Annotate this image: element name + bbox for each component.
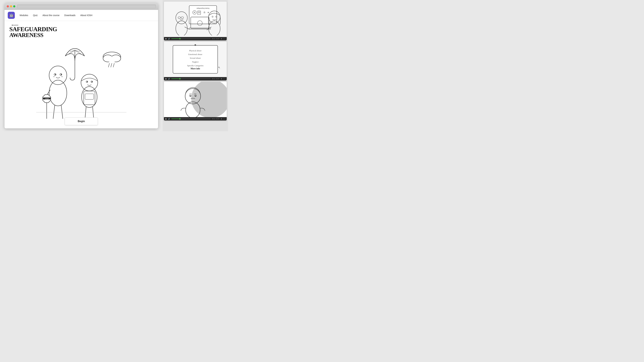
svg-point-67 xyxy=(196,96,196,96)
nav-item-downloads[interactable]: Downloads xyxy=(64,13,76,17)
browser-section: 🤖 Modules Quiz About the course Download… xyxy=(0,0,162,131)
video-controls-1: ▶ 🔊 00:11 / 01:47 ⚙ ⛶ xyxy=(164,37,227,40)
video-panel-2: Physical abuse Emotional abuse Sexual ab… xyxy=(164,42,227,80)
svg-line-5 xyxy=(111,63,112,67)
browser-content: 🤖 Modules Quiz About the course Download… xyxy=(4,10,158,128)
video-thumbnail-3 xyxy=(164,82,227,117)
svg-line-6 xyxy=(113,63,114,67)
cursor-icon: ↖ xyxy=(218,66,220,69)
right-section: safeguarding training 👁 ⚖ ⊕ xyxy=(162,0,228,131)
panel2-content: Physical abuse Emotional abuse Sexual ab… xyxy=(164,42,227,77)
svg-point-26 xyxy=(81,74,98,91)
traffic-lights xyxy=(7,5,15,7)
browser-titlebar xyxy=(4,3,158,10)
settings-icon-3[interactable]: ⚙ xyxy=(221,118,222,120)
time-display-1: 00:11 / 01:47 xyxy=(212,38,220,39)
nav-item-about-course[interactable]: About the course xyxy=(42,13,60,17)
play-button-2[interactable]: ▶ xyxy=(166,78,167,80)
svg-line-36 xyxy=(92,107,94,119)
svg-text:safeguarding training: safeguarding training xyxy=(196,7,210,9)
nav-item-about-iosh[interactable]: About IOSH xyxy=(80,13,92,17)
slide-box: Physical abuse Emotional abuse Sexual ab… xyxy=(173,45,218,74)
svg-text:STOP: STOP xyxy=(45,98,49,100)
fullscreen-icon-3[interactable]: ⛶ xyxy=(224,118,225,120)
maximize-button[interactable] xyxy=(13,5,15,7)
title-overlay: BASIC SAFEGUARDING AWARENESS xyxy=(9,24,57,38)
begin-button[interactable]: Begin xyxy=(65,117,98,125)
logo-icon[interactable]: 🤖 xyxy=(8,12,15,19)
svg-text:⊕: ⊕ xyxy=(208,11,209,13)
play-button-3[interactable]: ▶ xyxy=(166,118,167,120)
svg-point-30 xyxy=(92,81,92,82)
minimize-button[interactable] xyxy=(10,5,12,7)
slide-physical-abuse: Physical abuse xyxy=(178,49,213,52)
svg-rect-53 xyxy=(181,17,184,18)
svg-line-56 xyxy=(185,27,189,29)
slide-specific-categories: Specific Categories xyxy=(178,64,213,67)
title-safeguarding: SAFEGUARDING xyxy=(9,26,57,32)
main-illustration: STOP xyxy=(26,45,136,119)
svg-point-62 xyxy=(191,82,227,117)
video-panel-3: ▶ 🔊 00:11 / 01:47 ⚙ ⛶ xyxy=(164,82,227,120)
panel3-content xyxy=(164,82,227,117)
video-controls-2: ▶ 🔊 00:11 / 01:47 ⚙ ⛶ xyxy=(164,77,227,80)
time-display-3: 00:11 / 01:47 xyxy=(212,118,220,119)
volume-button-2[interactable]: 🔊 xyxy=(168,78,170,80)
nav-item-modules[interactable]: Modules xyxy=(20,13,28,17)
svg-point-13 xyxy=(49,66,67,85)
svg-line-10 xyxy=(75,50,84,56)
logo-emoji: 🤖 xyxy=(9,13,14,17)
video-controls-3: ▶ 🔊 00:11 / 01:47 ⚙ ⛶ xyxy=(164,117,227,120)
browser-window: 🤖 Modules Quiz About the course Download… xyxy=(4,3,158,128)
svg-text:⚖: ⚖ xyxy=(204,11,206,13)
progress-fill-3 xyxy=(171,119,179,119)
svg-point-55 xyxy=(176,21,188,35)
main-content: BASIC SAFEGUARDING AWARENESS xyxy=(4,21,158,128)
progress-bar-1[interactable] xyxy=(171,38,210,39)
svg-point-15 xyxy=(55,74,56,75)
svg-point-28 xyxy=(87,81,88,82)
progress-fill-1 xyxy=(171,38,179,39)
fullscreen-icon-1[interactable]: ⛶ xyxy=(224,38,225,39)
progress-bar-3[interactable] xyxy=(171,119,210,119)
slide-emotional-abuse: Emotional abuse xyxy=(178,52,213,56)
nav-bar: 🤖 Modules Quiz About the course Download… xyxy=(4,10,158,21)
close-button[interactable] xyxy=(7,5,9,7)
nav-item-quiz[interactable]: Quiz xyxy=(33,13,38,17)
settings-icon-2[interactable]: ⚙ xyxy=(221,78,222,80)
time-display-2: 00:11 / 01:47 xyxy=(212,78,220,79)
panel1-content: safeguarding training 👁 ⚖ ⊕ xyxy=(164,1,227,37)
video-panel-1: safeguarding training 👁 ⚖ ⊕ xyxy=(164,1,227,40)
play-button-1[interactable]: ▶ xyxy=(166,38,167,39)
slide-sexual-abuse: Sexual abuse xyxy=(178,56,213,60)
fullscreen-icon-2[interactable]: ⛶ xyxy=(224,78,225,80)
slide-more-info[interactable]: More info xyxy=(178,67,213,70)
svg-line-8 xyxy=(70,50,75,51)
svg-line-9 xyxy=(75,50,80,51)
progress-bar-2[interactable] xyxy=(171,78,210,79)
svg-line-4 xyxy=(108,63,110,67)
svg-line-7 xyxy=(65,50,75,56)
svg-line-35 xyxy=(85,107,86,119)
svg-rect-33 xyxy=(84,91,95,105)
settings-icon-1[interactable]: ⚙ xyxy=(221,38,222,39)
progress-dot-3 xyxy=(179,118,181,119)
progress-dot-2 xyxy=(179,78,181,79)
svg-point-17 xyxy=(61,74,62,75)
svg-point-12 xyxy=(49,80,67,106)
progress-dot-1 xyxy=(179,38,181,39)
video-thumbnail-2: Physical abuse Emotional abuse Sexual ab… xyxy=(164,42,227,77)
title-awareness: AWARENESS xyxy=(9,32,57,38)
nav-items: Modules Quiz About the course Downloads … xyxy=(20,13,92,17)
volume-button-3[interactable]: 🔊 xyxy=(168,118,170,120)
svg-line-23 xyxy=(53,105,55,119)
slide-neglect: Neglect xyxy=(178,60,213,64)
address-bar[interactable] xyxy=(17,4,156,8)
progress-fill-2 xyxy=(171,78,179,79)
volume-button-1[interactable]: 🔊 xyxy=(168,38,170,39)
svg-point-51 xyxy=(176,12,188,24)
video-thumbnail-1: safeguarding training 👁 ⚖ ⊕ xyxy=(164,1,227,37)
illustration-area: BASIC SAFEGUARDING AWARENESS xyxy=(4,21,158,128)
svg-text:👁: 👁 xyxy=(194,11,195,13)
svg-line-24 xyxy=(61,105,63,119)
